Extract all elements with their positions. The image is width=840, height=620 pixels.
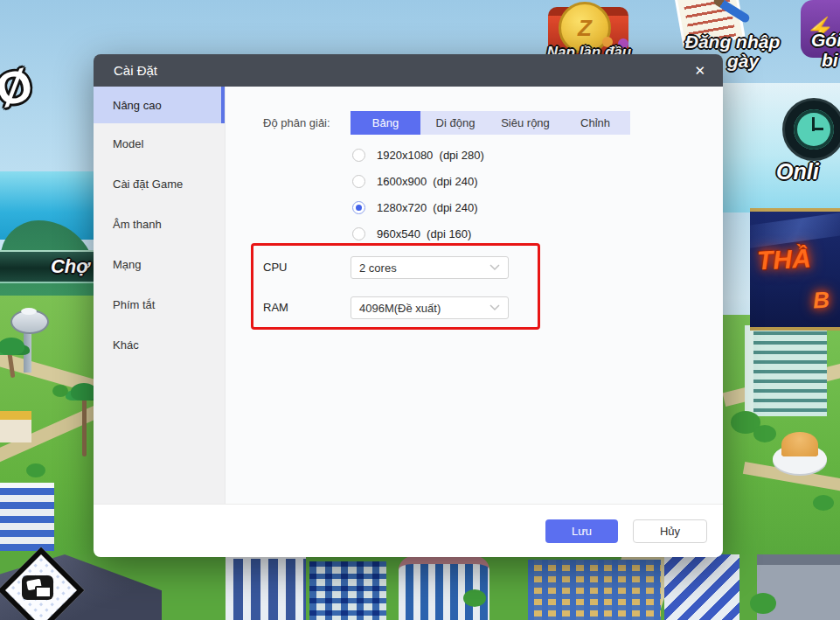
- gift-pack-label-line2: bi: [822, 50, 840, 71]
- bush: [26, 463, 45, 477]
- ram-label: RAM: [263, 296, 288, 319]
- dialog-body: Nâng cao Model Cài đặt Game Âm thanh Mạn…: [94, 87, 723, 504]
- sidebar-item-khac[interactable]: Khác: [94, 324, 225, 365]
- tab-bang[interactable]: Bảng: [351, 111, 420, 135]
- dialog-title: Cài Đặt: [114, 63, 157, 78]
- dome-building-roof: [781, 432, 818, 456]
- settings-dialog: Cài Đặt ✕ Nâng cao Model Cài đặt Game Âm…: [94, 54, 723, 557]
- game-screen: Z Nạp lần đầu Đăng nhập gày ⚡ Gói bi Onl…: [0, 0, 840, 620]
- clock-hand: [813, 128, 823, 130]
- gift-pack-label-line1: Gói: [811, 30, 840, 51]
- bush: [52, 385, 68, 397]
- resolution-option-1920x1080[interactable]: 1920x1080 (dpi 280): [352, 142, 484, 168]
- building-round-tower: [399, 556, 489, 620]
- sidebar-item-label: Model: [113, 137, 143, 150]
- sidebar-item-phim-tat[interactable]: Phím tắt: [94, 284, 225, 324]
- tab-chinh[interactable]: Chỉnh: [560, 111, 630, 135]
- cpu-select[interactable]: 2 cores: [351, 256, 509, 279]
- resolution-option-960x540[interactable]: 960x540 (dpi 160): [352, 220, 484, 247]
- water-tower-cap: [21, 308, 37, 315]
- sidebar-item-label: Mạng: [113, 258, 142, 271]
- tab-di-dong[interactable]: Di động: [420, 111, 490, 135]
- close-icon[interactable]: ✕: [691, 62, 709, 79]
- neon-billboard: THẦ B: [750, 208, 840, 331]
- market-banner[interactable]: Chợ: [0, 250, 94, 283]
- radio-label: 1280x720 (dpi 240): [377, 201, 478, 214]
- sidebar-item-label: Cài đặt Game: [113, 178, 183, 191]
- clock-icon: [794, 109, 834, 150]
- sidebar-item-label: Nâng cao: [113, 99, 162, 112]
- resolution-options: 1920x1080 (dpi 280) 1600x900 (dpi 240) 1…: [352, 142, 484, 247]
- tab-sieu-rong[interactable]: Siêu rộng: [490, 111, 560, 135]
- window-glyph: [35, 586, 52, 598]
- sidebar-item-nang-cao[interactable]: Nâng cao: [94, 87, 225, 123]
- resolution-option-1280x720[interactable]: 1280x720 (dpi 240): [352, 194, 484, 220]
- cpu-value: 2 cores: [359, 261, 397, 275]
- tree: [753, 425, 776, 442]
- online-reward-button[interactable]: [782, 98, 840, 161]
- building-tan: [528, 560, 661, 620]
- windows-icon: [22, 575, 53, 600]
- palm-tree-leaves: [0, 338, 24, 355]
- cpu-label: CPU: [263, 256, 287, 279]
- building-striped-tower: [664, 554, 739, 620]
- sidebar-item-label: Khác: [113, 338, 139, 352]
- chevron-down-icon: [489, 264, 500, 271]
- billboard-text-line2: B: [812, 287, 830, 315]
- resolution-tabs: Bảng Di động Siêu rộng Chỉnh: [351, 111, 630, 135]
- sidebar-item-cai-dat-game[interactable]: Cài đặt Game: [94, 164, 225, 204]
- small-house: [0, 411, 31, 442]
- online-label: Onli: [776, 159, 840, 185]
- sidebar-item-model[interactable]: Model: [94, 123, 225, 164]
- sidebar-item-label: Phím tắt: [113, 298, 155, 311]
- daily-login-label-line2: gày: [727, 51, 788, 72]
- dialog-titlebar[interactable]: Cài Đặt ✕: [94, 54, 723, 87]
- radio-label: 960x540 (dpi 160): [377, 227, 471, 240]
- city-strip: [0, 554, 840, 620]
- tree: [813, 495, 834, 511]
- radio-label: 1920x1080 (dpi 280): [377, 149, 484, 162]
- sidebar-item-mang[interactable]: Mạng: [94, 244, 225, 284]
- resolution-label: Độ phân giải:: [263, 111, 330, 135]
- ram-select[interactable]: 4096M(Đề xuất): [351, 296, 509, 319]
- chevron-down-icon: [489, 304, 500, 311]
- resolution-option-1600x900[interactable]: 1600x900 (dpi 240): [352, 168, 484, 194]
- sidebar-item-label: Âm thanh: [113, 218, 162, 231]
- radio-icon: [352, 175, 365, 188]
- teal-skyscraper: [745, 325, 827, 416]
- cancel-button[interactable]: Hủy: [633, 519, 707, 543]
- radio-icon: [352, 149, 365, 162]
- solar-building: [0, 483, 54, 551]
- bush: [463, 589, 486, 607]
- daily-login-label-line1: Đăng nhập: [654, 31, 811, 52]
- save-button[interactable]: Lưu: [545, 519, 618, 543]
- palm-tree-trunk: [82, 395, 87, 456]
- dialog-footer: Lưu Hủy: [94, 504, 723, 557]
- settings-sidebar: Nâng cao Model Cài đặt Game Âm thanh Mạn…: [94, 87, 226, 504]
- bush: [750, 593, 776, 614]
- market-label: Chợ: [51, 255, 89, 278]
- building-blue-tower: [226, 554, 306, 620]
- billboard-text-line1: THẦ: [756, 243, 811, 275]
- building-white: [309, 561, 386, 620]
- radio-icon: [352, 227, 365, 240]
- water-tower-trunk: [24, 329, 31, 373]
- minimized-window-button[interactable]: [3, 554, 72, 620]
- radio-label: 1600x900 (dpi 240): [377, 175, 478, 188]
- settings-content: Độ phân giải: Bảng Di động Siêu rộng Chỉ…: [226, 87, 723, 504]
- radio-checked-icon: [352, 201, 365, 214]
- sidebar-item-am-thanh[interactable]: Âm thanh: [94, 204, 225, 244]
- ram-value: 4096M(Đề xuất): [359, 302, 441, 315]
